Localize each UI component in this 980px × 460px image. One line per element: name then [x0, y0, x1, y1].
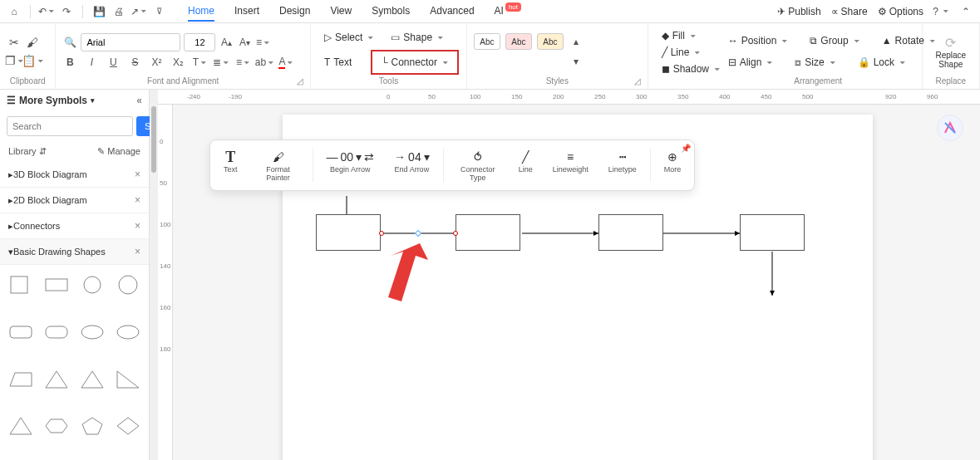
- tab-symbols[interactable]: Symbols: [372, 2, 410, 22]
- collapse-ribbon-icon[interactable]: ⌃: [958, 4, 973, 19]
- strikethrough-icon[interactable]: S: [127, 55, 142, 70]
- shape-circle[interactable]: [78, 272, 107, 298]
- style-swatch[interactable]: Abc: [505, 33, 532, 50]
- tab-view[interactable]: View: [330, 2, 352, 22]
- shape-hexagon[interactable]: [42, 413, 71, 439]
- size-button[interactable]: ⧈Size: [788, 53, 842, 71]
- font-grow-icon[interactable]: A▴: [219, 35, 234, 50]
- subscript-icon[interactable]: X₂: [170, 55, 185, 70]
- connector-endpoint-handle[interactable]: [379, 231, 384, 236]
- cut-icon[interactable]: ✂: [7, 35, 22, 50]
- category-2d-block[interactable]: ▸ 2D Block Diagram×: [0, 188, 149, 213]
- close-icon[interactable]: ×: [135, 220, 140, 232]
- diagram-box[interactable]: [740, 214, 805, 251]
- superscript-icon[interactable]: X²: [149, 55, 164, 70]
- category-3d-block[interactable]: ▸ 3D Block Diagram×: [0, 162, 149, 188]
- shape-ellipse[interactable]: [78, 319, 107, 345]
- bold-icon[interactable]: B: [62, 55, 77, 70]
- tab-advanced[interactable]: Advanced: [430, 2, 474, 22]
- share-button[interactable]: ∝ Share: [831, 6, 868, 17]
- fill-button[interactable]: ◆Fill: [655, 28, 708, 43]
- shape-triangle[interactable]: [42, 366, 71, 393]
- redo-icon[interactable]: ↷: [59, 4, 74, 19]
- font-family-input[interactable]: [81, 33, 180, 51]
- undo-icon[interactable]: ↶: [39, 4, 54, 19]
- category-connectors[interactable]: ▸ Connectors×: [0, 213, 149, 239]
- connector-type-button[interactable]: ⥀Connector Type: [449, 145, 507, 185]
- sidebar-scrollbar[interactable]: [150, 90, 158, 460]
- close-icon[interactable]: ×: [135, 194, 140, 206]
- align-button[interactable]: ⊟Align: [721, 53, 781, 71]
- home-icon[interactable]: ⌂: [7, 4, 22, 19]
- tab-home[interactable]: Home: [188, 2, 214, 22]
- line-button[interactable]: ╱Line: [655, 45, 708, 60]
- replace-shape-button[interactable]: ⟳ Replace Shape: [935, 35, 966, 69]
- style-swatch[interactable]: Abc: [537, 33, 564, 50]
- tab-design[interactable]: Design: [279, 2, 310, 22]
- qat-more-icon[interactable]: ⊽: [151, 4, 166, 19]
- category-basic-shapes[interactable]: ▾ Basic Drawing Shapes×: [0, 239, 149, 265]
- format-painter-button[interactable]: 🖌Format Painter: [249, 145, 308, 185]
- copy-icon[interactable]: ❐: [7, 53, 22, 68]
- bullets-icon[interactable]: ≣: [214, 55, 229, 70]
- font-group-expand-icon[interactable]: ◿: [297, 76, 303, 86]
- numbering-icon[interactable]: ≡: [235, 55, 250, 70]
- shape-button[interactable]: ▭Shape: [384, 28, 451, 46]
- search-input[interactable]: [7, 116, 133, 136]
- shape-rect[interactable]: [42, 272, 71, 298]
- shape-right-triangle[interactable]: [113, 366, 142, 393]
- format-brush-icon[interactable]: 🖌: [25, 35, 40, 50]
- shape-triangle2[interactable]: [78, 366, 107, 393]
- print-icon[interactable]: 🖨: [111, 4, 126, 19]
- font-shrink-icon[interactable]: A▾: [237, 35, 252, 50]
- italic-icon[interactable]: I: [84, 55, 99, 70]
- font-size-input[interactable]: [184, 33, 215, 51]
- shape-pentagon[interactable]: [78, 413, 107, 439]
- diagram-box[interactable]: [598, 214, 663, 251]
- collapse-sidebar-icon[interactable]: «: [136, 95, 142, 106]
- shape-trapezoid[interactable]: [7, 366, 36, 393]
- shape-ellipse2[interactable]: [113, 319, 142, 345]
- spacing-icon[interactable]: ab: [257, 55, 272, 70]
- diagram-box[interactable]: [456, 214, 520, 251]
- group-button[interactable]: ⧉Group: [803, 32, 866, 50]
- paragraph-align-icon[interactable]: ≡: [255, 35, 270, 50]
- text-button[interactable]: TText: [318, 53, 367, 71]
- close-icon[interactable]: ×: [135, 169, 140, 180]
- shape-rounded-rect2[interactable]: [42, 319, 71, 345]
- library-label[interactable]: Library ⇵: [8, 146, 47, 157]
- connector-button[interactable]: └Connector: [374, 53, 456, 71]
- shape-rounded-rect[interactable]: [7, 319, 36, 345]
- line-style-button[interactable]: ╱Line: [510, 145, 541, 185]
- paste-icon[interactable]: 📋: [25, 53, 40, 68]
- close-icon[interactable]: ×: [135, 246, 140, 257]
- save-icon[interactable]: 💾: [91, 4, 106, 19]
- tab-insert[interactable]: Insert: [234, 2, 259, 22]
- lock-button[interactable]: 🔒Lock: [851, 53, 913, 71]
- highlight-icon[interactable]: T: [192, 55, 207, 70]
- underline-icon[interactable]: U: [106, 55, 121, 70]
- pin-icon[interactable]: 📌: [681, 144, 691, 153]
- options-button[interactable]: ⚙ Options: [878, 6, 923, 17]
- lineweight-button[interactable]: ≡Lineweight: [544, 145, 597, 185]
- begin-arrow-button[interactable]: — 00 ▾ ⇄ Begin Arrow: [318, 145, 383, 185]
- select-button[interactable]: ▷Select: [318, 28, 381, 46]
- ai-assistant-button[interactable]: [937, 115, 963, 141]
- manage-button[interactable]: ✎ Manage: [97, 146, 140, 157]
- help-icon[interactable]: ?: [933, 4, 948, 19]
- style-scroll-up-icon[interactable]: ▴: [569, 34, 584, 49]
- style-swatch[interactable]: Abc: [474, 33, 500, 50]
- diagram-box[interactable]: [316, 214, 381, 251]
- tab-ai[interactable]: AIhot: [495, 2, 521, 22]
- text-tool-button[interactable]: TText: [215, 145, 246, 185]
- styles-group-expand-icon[interactable]: ◿: [634, 76, 641, 86]
- export-icon[interactable]: ↗: [131, 4, 146, 19]
- publish-button[interactable]: ✈ Publish: [777, 6, 820, 17]
- connector-endpoint-handle[interactable]: [453, 231, 458, 236]
- shape-diamond[interactable]: [113, 413, 142, 439]
- shape-square[interactable]: [7, 272, 36, 298]
- end-arrow-button[interactable]: → 04 ▾ End Arrow: [386, 145, 438, 185]
- style-scroll-down-icon[interactable]: ▾: [569, 54, 584, 69]
- shadow-button[interactable]: ◼Shadow: [655, 61, 708, 76]
- font-color-icon[interactable]: A: [278, 55, 293, 70]
